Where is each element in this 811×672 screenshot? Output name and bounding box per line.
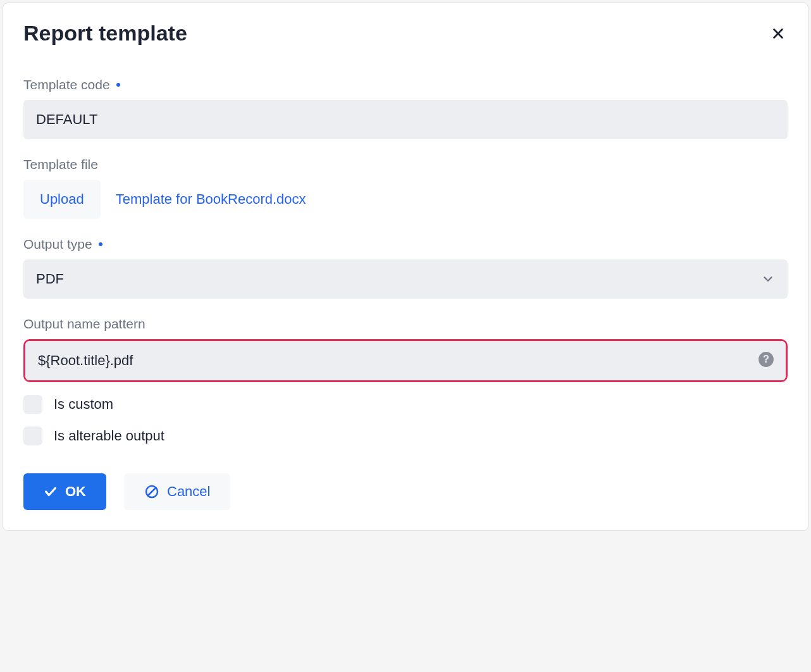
is-custom-checkbox[interactable]	[23, 395, 42, 414]
template-file-label-text: Template file	[23, 157, 98, 172]
output-name-pattern-field: Output name pattern ?	[23, 316, 788, 382]
template-code-label-text: Template code	[23, 77, 110, 92]
svg-text:?: ?	[763, 353, 769, 364]
template-file-link[interactable]: Template for BookRecord.docx	[116, 191, 306, 208]
close-icon	[771, 27, 785, 40]
required-indicator	[99, 242, 102, 246]
help-icon[interactable]: ?	[758, 351, 774, 370]
cancel-icon	[144, 484, 159, 499]
is-alterable-row: Is alterable output	[23, 426, 788, 445]
upload-button[interactable]: Upload	[23, 180, 101, 219]
dialog-title: Report template	[23, 21, 187, 46]
output-type-field: Output type PDF	[23, 237, 788, 299]
output-type-select[interactable]: PDF	[23, 259, 788, 299]
template-code-input[interactable]	[23, 100, 788, 139]
output-type-label-text: Output type	[23, 237, 92, 252]
report-template-dialog: Report template Template code Template f…	[3, 3, 808, 531]
ok-button-label: OK	[65, 483, 86, 500]
output-name-pattern-label: Output name pattern	[23, 316, 788, 332]
template-code-label: Template code	[23, 77, 788, 92]
output-type-select-wrap: PDF	[23, 259, 788, 299]
template-file-label: Template file	[23, 157, 788, 172]
is-alterable-checkbox[interactable]	[23, 426, 42, 445]
cancel-button-label: Cancel	[167, 483, 210, 500]
is-custom-row: Is custom	[23, 395, 788, 414]
dialog-button-row: OK Cancel	[23, 473, 788, 510]
output-name-pattern-input[interactable]	[25, 341, 786, 380]
svg-line-5	[148, 488, 156, 495]
output-name-pattern-row: ?	[23, 339, 788, 382]
is-alterable-label: Is alterable output	[54, 428, 164, 444]
is-custom-label: Is custom	[54, 396, 113, 413]
dialog-header: Report template	[23, 21, 788, 46]
close-button[interactable]	[769, 24, 788, 43]
cancel-button[interactable]: Cancel	[124, 473, 230, 510]
output-type-label: Output type	[23, 237, 788, 252]
ok-button[interactable]: OK	[23, 473, 106, 510]
template-code-field: Template code	[23, 77, 788, 139]
output-name-pattern-label-text: Output name pattern	[23, 316, 145, 332]
template-file-field: Template file Upload Template for BookRe…	[23, 157, 788, 219]
check-icon	[44, 485, 58, 499]
required-indicator	[116, 83, 120, 87]
template-file-row: Upload Template for BookRecord.docx	[23, 180, 788, 219]
